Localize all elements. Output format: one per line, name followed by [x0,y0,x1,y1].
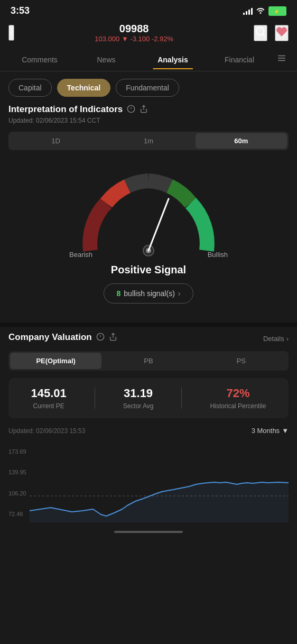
signal-text: Positive Signal [111,264,186,276]
home-bar [0,522,297,537]
svg-rect-1 [282,10,284,13]
company-valuation-section: Company Valuation Details › P [0,332,297,448]
months-selector[interactable]: 3 Months ▼ [252,427,289,435]
price-change-pct: -2.92% [152,35,173,43]
time-period-selector: 1D 1m 60m [8,132,289,150]
current-pe-value: 145.01 [31,387,66,400]
tab-analysis[interactable]: Analysis [140,50,206,69]
indicators-section: Interpretation of Indicators Updated: 02… [0,104,297,323]
period-1d[interactable]: 1D [10,133,101,149]
technical-button[interactable]: Technical [57,79,111,97]
gauge-container: Bearish Bullish Positive Signal 8 bullis… [8,161,289,314]
indicators-title: Interpretation of Indicators [8,104,289,115]
valuation-title: Company Valuation [8,332,117,343]
months-chevron-icon: ▼ [282,427,289,435]
metric-current-pe: 145.01 Current PE [31,387,66,410]
header-center: 09988 103.000 ▼ -3.100 -2.92% [95,23,173,43]
chart-y-axis: 173.69 139.95 106.20 72.46 [8,448,26,517]
nav-tabs: Comments News Analysis Financial [0,48,297,71]
metric-historical-pct: 72% Historical Percentile [210,387,266,410]
signal-badge[interactable]: 8 bullish signal(s) › [104,283,194,303]
header-actions [254,25,289,41]
svg-point-3 [256,27,264,35]
metric-divider-2 [181,388,182,409]
back-button[interactable]: ‹ [8,25,14,41]
price-value: 103.000 [95,35,119,43]
svg-text:⚡: ⚡ [274,8,280,15]
bullish-count: 8 [117,289,121,298]
chart-label-bottom: 72.46 [8,511,26,517]
favorite-button[interactable] [275,25,289,41]
nav-more-icon[interactable] [273,48,291,71]
valuation-updated-text: Updated: 02/06/2023 15:53 [8,427,85,435]
metric-sector-avg: 31.19 Sector Avg [123,387,154,410]
search-button[interactable] [254,25,267,41]
home-bar-line [114,531,183,533]
svg-line-4 [263,34,265,36]
valuation-tabs: PE(Optimal) PB PS [8,351,289,371]
capital-button[interactable]: Capital [8,79,52,97]
details-link[interactable]: Details › [263,335,289,343]
valuation-info-icon[interactable] [96,333,105,343]
signal-badge-chevron: › [178,289,181,298]
svg-line-14 [148,199,169,251]
tab-comments[interactable]: Comments [6,50,73,69]
chart-label-2: 139.95 [8,469,26,475]
sub-categories: Capital Technical Fundamental [0,71,297,104]
tab-financial[interactable]: Financial [206,50,273,69]
pb-tab[interactable]: PB [103,353,194,369]
historical-pct-value: 72% [210,387,266,400]
price-change: -3.100 [130,35,150,43]
wifi-icon [256,6,265,15]
historical-pct-label: Historical Percentile [210,402,266,410]
signal-badge-text: bullish signal(s) [124,289,174,298]
info-icon[interactable] [127,105,135,115]
valuation-updated-row: Updated: 02/06/2023 15:53 3 Months ▼ [8,424,289,440]
valuation-header: Company Valuation Details › [8,332,289,345]
indicators-updated: Updated: 02/06/2023 15:54 CCT [8,117,289,124]
chart-label-3: 106.20 [8,490,26,496]
pe-tab[interactable]: PE(Optimal) [10,353,101,369]
period-1m[interactable]: 1m [103,133,194,149]
signal-bars-icon [243,7,253,15]
battery-icon: ⚡ [268,6,286,16]
sector-avg-label: Sector Avg [123,402,154,410]
status-bar: 3:53 ⚡ [0,0,297,20]
metric-divider-1 [95,388,95,409]
gauge-bullish-label: Bullish [208,251,228,259]
ticker-symbol: 09988 [95,23,173,35]
period-60m[interactable]: 60m [196,133,287,149]
header: ‹ 09988 103.000 ▼ -3.100 -2.92% [0,20,297,48]
gauge-bearish-label: Bearish [69,251,92,259]
fundamental-button[interactable]: Fundamental [116,79,179,97]
chart-label-top: 173.69 [8,448,26,455]
details-chevron: › [286,335,289,343]
status-time: 3:53 [11,5,30,16]
current-pe-label: Current PE [31,402,66,410]
ticker-price: 103.000 ▼ -3.100 -2.92% [95,35,173,43]
sector-avg-value: 31.19 [123,387,154,400]
chart-container: 173.69 139.95 106.20 72.46 [0,448,297,522]
tab-news[interactable]: News [73,50,140,69]
valuation-metrics: 145.01 Current PE 31.19 Sector Avg 72% H… [8,378,289,418]
valuation-chart [8,448,289,522]
arrow-icon: ▼ [122,35,128,43]
ps-tab[interactable]: PS [196,353,287,369]
share-icon[interactable] [140,105,148,115]
valuation-share-icon[interactable] [109,333,117,343]
gauge-chart [64,166,233,261]
status-icons: ⚡ [243,6,286,16]
section-divider [0,323,297,327]
